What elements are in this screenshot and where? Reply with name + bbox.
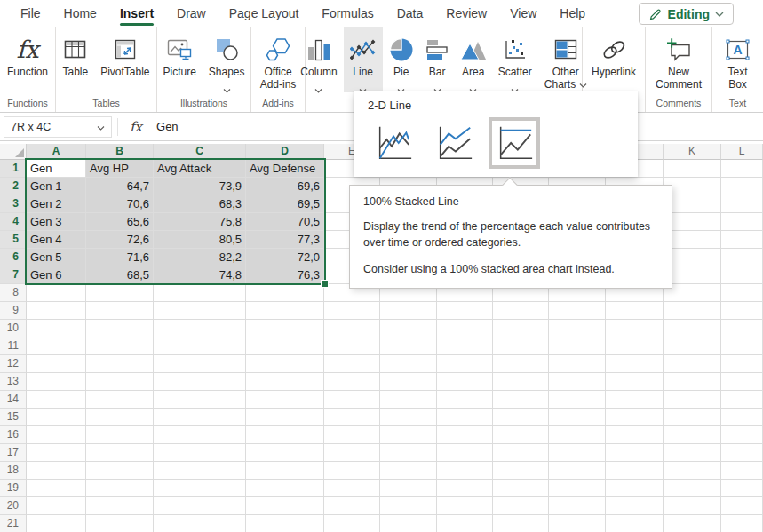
cell-L14[interactable] [721,391,763,409]
cell-H10[interactable] [493,320,549,337]
fill-handle[interactable] [321,280,329,288]
menu-tab-home[interactable]: Home [52,0,108,27]
cell-G20[interactable] [437,497,493,515]
cell-K11[interactable] [664,337,721,355]
cell-I17[interactable] [549,444,606,462]
row-header-6[interactable]: 6 [0,249,27,266]
cell-H11[interactable] [493,337,549,355]
cell-F16[interactable] [380,426,437,444]
cell-I20[interactable] [549,497,606,515]
cell-I15[interactable] [549,409,606,426]
cell-C6[interactable]: 82,2 [154,249,246,266]
cell-I9[interactable] [549,302,606,320]
cell-J18[interactable] [606,462,664,480]
cell-G11[interactable] [437,337,493,355]
row-header-18[interactable]: 18 [0,462,27,480]
cell-A10[interactable] [27,320,86,337]
row-header-2[interactable]: 2 [0,178,27,195]
cell-C8[interactable] [154,284,246,302]
cell-E21[interactable] [324,515,380,532]
cell-L13[interactable] [721,373,763,391]
cell-D10[interactable] [246,320,324,337]
cell-J17[interactable] [606,444,664,462]
cell-L17[interactable] [721,444,763,462]
cell-D16[interactable] [246,426,324,444]
cell-H14[interactable] [493,391,549,409]
cell-L18[interactable] [721,462,763,480]
cell-D20[interactable] [246,497,324,515]
cell-F14[interactable] [380,391,437,409]
cell-I12[interactable] [549,355,606,373]
row-header-12[interactable]: 12 [0,355,27,373]
cell-F20[interactable] [380,497,437,515]
name-box[interactable]: 7R x 4C [4,116,112,138]
cell-K10[interactable] [664,320,721,337]
cell-A14[interactable] [27,391,86,409]
menu-tab-draw[interactable]: Draw [165,0,218,27]
cell-B3[interactable]: 70,6 [86,195,154,213]
cell-K20[interactable] [664,497,721,515]
cell-A17[interactable] [27,444,86,462]
column-header-K[interactable]: K [664,144,721,160]
cell-A21[interactable] [27,515,86,532]
function-button[interactable]: fx Function [1,27,54,92]
cell-C3[interactable]: 68,3 [154,195,246,213]
row-header-14[interactable]: 14 [0,391,27,409]
cell-E10[interactable] [324,320,380,337]
cell-C13[interactable] [154,373,246,391]
cell-D13[interactable] [246,373,324,391]
menu-tab-view[interactable]: View [498,0,548,27]
cell-C11[interactable] [154,337,246,355]
cell-B2[interactable]: 64,7 [86,178,154,195]
cell-A4[interactable]: Gen 3 [27,213,86,231]
cell-A7[interactable]: Gen 6 [27,266,86,284]
cell-B16[interactable] [86,426,154,444]
cell-I19[interactable] [549,480,606,497]
cell-G16[interactable] [437,426,493,444]
cell-D5[interactable]: 77,3 [246,231,324,249]
cell-K1[interactable] [664,160,721,178]
cell-A13[interactable] [27,373,86,391]
editing-mode-button[interactable]: Editing [639,3,734,25]
chevron-down-icon[interactable] [469,81,477,86]
pie-chart-button[interactable]: Pie [383,27,420,92]
chevron-down-icon[interactable] [359,81,367,86]
cell-B11[interactable] [86,337,154,355]
cell-F11[interactable] [380,337,437,355]
cell-E11[interactable] [324,337,380,355]
cell-C12[interactable] [154,355,246,373]
cell-D1[interactable]: Avg Defense [246,160,324,178]
cell-E15[interactable] [324,409,380,426]
cell-C2[interactable]: 73,9 [154,178,246,195]
cell-D6[interactable]: 72,0 [246,249,324,266]
cell-J9[interactable] [606,302,664,320]
chevron-down-icon[interactable] [314,81,322,86]
shapes-button[interactable]: Shapes [203,27,251,92]
cell-C17[interactable] [154,444,246,462]
cell-C9[interactable] [154,302,246,320]
cell-I14[interactable] [549,391,606,409]
cell-L21[interactable] [721,515,763,532]
cell-G17[interactable] [437,444,493,462]
cell-C20[interactable] [154,497,246,515]
cell-L5[interactable] [721,231,763,249]
row-header-15[interactable]: 15 [0,409,27,426]
cell-J16[interactable] [606,426,664,444]
cell-K15[interactable] [664,409,721,426]
cell-J13[interactable] [606,373,664,391]
pivottable-button[interactable]: PivotTable [94,27,155,92]
cell-K12[interactable] [664,355,721,373]
cell-A11[interactable] [27,337,86,355]
cell-F21[interactable] [380,515,437,532]
bar-chart-button[interactable]: Bar [420,27,455,92]
cell-D18[interactable] [246,462,324,480]
cell-K18[interactable] [664,462,721,480]
scatter-chart-button[interactable]: Scatter [492,27,538,92]
cell-C21[interactable] [154,515,246,532]
cell-B12[interactable] [86,355,154,373]
row-header-4[interactable]: 4 [0,213,27,231]
cell-D19[interactable] [246,480,324,497]
cell-L8[interactable] [721,284,763,302]
cell-B6[interactable]: 71,6 [86,249,154,266]
row-header-21[interactable]: 21 [0,515,27,532]
